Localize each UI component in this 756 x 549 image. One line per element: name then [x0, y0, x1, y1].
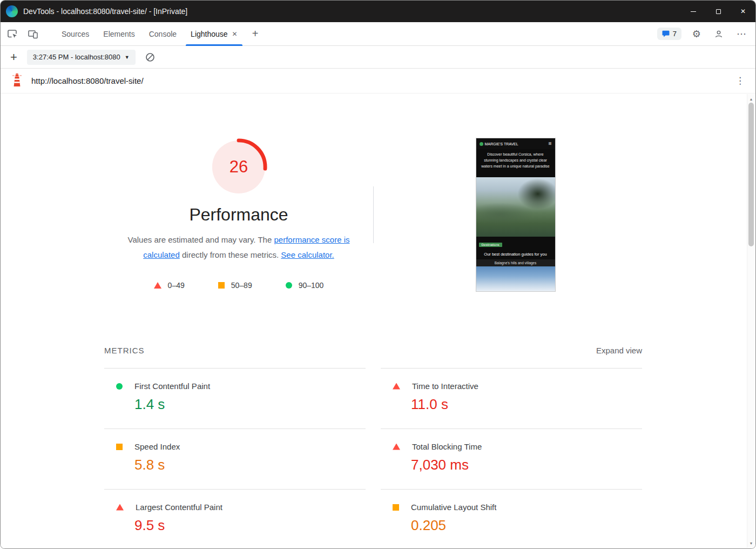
- legend-label: 90–100: [299, 281, 324, 290]
- scrollbar[interactable]: ▲ ▼: [747, 94, 755, 548]
- tab-label: Elements: [103, 30, 134, 38]
- new-report-icon[interactable]: +: [8, 48, 19, 66]
- maximize-button[interactable]: [706, 1, 731, 22]
- lighthouse-toolbar: + 3:27:45 PM - localhost:8080 ▼: [1, 46, 755, 69]
- metric-value: 0.205: [411, 517, 642, 534]
- tab-label: Sources: [62, 30, 89, 38]
- see-calculator-link[interactable]: See calculator.: [281, 250, 334, 259]
- tab-lighthouse[interactable]: Lighthouse ✕: [184, 22, 245, 46]
- metric-rating-icon: [116, 444, 123, 450]
- window-controls: ✕: [681, 1, 755, 22]
- close-tab-icon[interactable]: ✕: [232, 30, 238, 38]
- metric-total-blocking-time[interactable]: Total Blocking Time 7,030 ms: [381, 429, 642, 489]
- page-screenshot-thumbnail: MARGIE'S TRAVEL ≡ Discover beautiful Cor…: [476, 138, 556, 292]
- thumbnail-badge-row: Destinations: [476, 237, 555, 250]
- legend-fail-range: 0–49: [154, 281, 185, 290]
- metric-rating-icon: [116, 383, 123, 390]
- inspect-icon[interactable]: [5, 26, 20, 42]
- edge-inprivate-icon: [6, 5, 18, 17]
- legend-label: 50–89: [231, 281, 252, 290]
- report-header: http://localhost:8080/travel-site/ ⋮: [1, 69, 755, 93]
- metric-value: 5.8 s: [134, 457, 366, 473]
- devtools-right-icons: 7 ⚙ ⋯: [657, 26, 749, 42]
- score-section: 26 Performance Values are estimated and …: [104, 138, 642, 292]
- metric-name: First Contentful Paint: [134, 381, 210, 391]
- tab-console[interactable]: Console: [142, 22, 184, 46]
- metric-name: Largest Contentful Paint: [136, 503, 222, 512]
- thumbnail-subtitle: Our best destination guides for you: [476, 250, 555, 259]
- metric-value: 11.0 s: [411, 396, 642, 413]
- report-menu-icon[interactable]: ⋮: [733, 73, 747, 89]
- close-button[interactable]: ✕: [731, 1, 755, 22]
- devtools-tabs: Sources Elements Console Lighthouse ✕ +: [55, 22, 260, 46]
- metric-rating-icon: [393, 444, 400, 450]
- pass-circle-icon: [286, 282, 292, 289]
- window-title: DevTools - localhost:8080/travel-site/ -…: [23, 7, 187, 16]
- tab-elements[interactable]: Elements: [96, 22, 141, 46]
- metrics-header: METRICS Expand view: [104, 346, 642, 355]
- category-title: Performance: [189, 205, 288, 225]
- thumbnail-caption: Balagne's hills and villages: [476, 259, 555, 266]
- destinations-badge: Destinations: [479, 243, 502, 247]
- performance-score: 26: [210, 138, 268, 196]
- metrics-section-title: METRICS: [104, 346, 145, 355]
- metric-time-to-interactive[interactable]: Time to Interactive 11.0 s: [381, 368, 642, 429]
- metric-first-contentful-paint[interactable]: First Contentful Paint 1.4 s: [104, 368, 366, 429]
- scrollbar-thumb[interactable]: [748, 103, 754, 246]
- legend-pass-range: 90–100: [286, 281, 324, 290]
- site-name: MARGIE'S TRAVEL: [485, 142, 518, 146]
- description-text: directly from these metrics.: [180, 250, 281, 259]
- maximize-icon: [716, 9, 721, 14]
- settings-gear-icon[interactable]: ⚙: [690, 26, 703, 42]
- average-square-icon: [218, 282, 225, 289]
- scroll-up-icon[interactable]: ▲: [747, 95, 755, 103]
- scroll-down-icon[interactable]: ▼: [747, 539, 755, 547]
- more-options-icon[interactable]: ⋯: [734, 26, 749, 42]
- clear-reports-icon[interactable]: [143, 50, 157, 64]
- metric-name: Total Blocking Time: [412, 442, 482, 451]
- tab-label: Lighthouse: [191, 30, 228, 38]
- devtools-window: DevTools - localhost:8080/travel-site/ -…: [0, 0, 756, 549]
- description-text: Values are estimated and may vary. The: [127, 235, 274, 244]
- metric-name: Cumulative Layout Shift: [411, 503, 496, 512]
- metric-value: 1.4 s: [134, 396, 366, 413]
- score-description: Values are estimated and may vary. The p…: [117, 232, 361, 263]
- legend-average-range: 50–89: [218, 281, 252, 290]
- minimize-button[interactable]: [681, 1, 706, 22]
- lighthouse-report: 26 Performance Values are estimated and …: [1, 93, 755, 548]
- issues-count: 7: [673, 30, 677, 38]
- account-icon[interactable]: [712, 27, 726, 41]
- metric-name: Time to Interactive: [412, 381, 478, 391]
- fail-triangle-icon: [154, 282, 161, 289]
- landscape-photo: [476, 177, 555, 237]
- lighthouse-logo-icon: [11, 73, 23, 89]
- report-selector-dropdown[interactable]: 3:27:45 PM - localhost:8080 ▼: [27, 50, 136, 65]
- devtools-tool-icons: [5, 26, 40, 42]
- site-logo-icon: [480, 142, 483, 146]
- expand-view-button[interactable]: Expand view: [596, 346, 642, 355]
- tab-label: Console: [149, 30, 177, 38]
- metric-speed-index[interactable]: Speed Index 5.8 s: [104, 429, 366, 489]
- metrics-grid: First Contentful Paint 1.4 s Time to Int…: [104, 368, 642, 548]
- performance-score-gauge[interactable]: 26: [210, 138, 268, 196]
- hamburger-icon: ≡: [549, 141, 552, 146]
- device-toolbar-icon[interactable]: [25, 26, 40, 42]
- dropdown-caret-icon: ▼: [125, 55, 130, 60]
- metric-largest-contentful-paint[interactable]: Largest Contentful Paint 9.5 s: [104, 489, 366, 548]
- thumbnail-site-header: MARGIE'S TRAVEL ≡: [476, 138, 555, 149]
- legend-label: 0–49: [168, 281, 185, 290]
- titlebar: DevTools - localhost:8080/travel-site/ -…: [1, 1, 755, 22]
- devtools-toolbar: Sources Elements Console Lighthouse ✕ + …: [1, 22, 755, 46]
- more-tabs-icon[interactable]: +: [250, 25, 261, 42]
- metric-name: Speed Index: [134, 442, 180, 451]
- metric-value: 7,030 ms: [411, 457, 642, 473]
- titlebar-left: DevTools - localhost:8080/travel-site/ -…: [1, 5, 187, 17]
- tab-sources[interactable]: Sources: [55, 22, 96, 46]
- metric-value: 9.5 s: [134, 517, 366, 534]
- metric-rating-icon: [116, 504, 124, 511]
- metric-cumulative-layout-shift[interactable]: Cumulative Layout Shift 0.205: [381, 489, 642, 548]
- report-url: http://localhost:8080/travel-site/: [31, 76, 144, 85]
- issues-badge[interactable]: 7: [657, 28, 681, 40]
- metric-rating-icon: [393, 383, 400, 390]
- report-selector-value: 3:27:45 PM - localhost:8080: [33, 53, 120, 61]
